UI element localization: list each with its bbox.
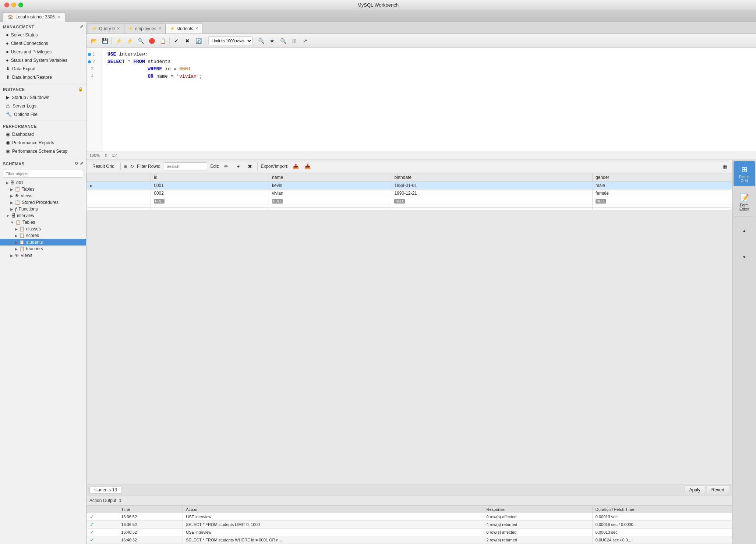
col-header-id[interactable]: id (151, 173, 269, 182)
inspect-btn[interactable]: 🔍 (256, 36, 266, 46)
result-grid-tab-btn[interactable]: Result Grid (89, 162, 117, 170)
sidebar-item-startup-shutdown[interactable]: ▶ Startup / Shutdown (0, 93, 86, 102)
revert-button[interactable]: Revert (707, 485, 729, 494)
interview-views-item[interactable]: ▶ 👁 Views (0, 252, 86, 259)
scroll-up-btn[interactable]: ▲ (734, 218, 755, 243)
stop-btn[interactable]: 🔴 (146, 36, 157, 46)
commit-btn[interactable]: ✔ (171, 36, 181, 46)
column-btn[interactable]: Ⅲ (289, 36, 299, 46)
sidebar-item-performance-reports[interactable]: ◉ Performance Reports (0, 138, 86, 147)
rollback-btn[interactable]: ✖ (182, 36, 192, 46)
add-row-icon[interactable]: + (234, 162, 243, 170)
zoom-stepper-icon[interactable]: ⇕ (104, 153, 107, 158)
minimize-button[interactable] (11, 3, 16, 7)
interview-item[interactable]: ▼ 🗄 interview (0, 212, 86, 219)
instance-tab[interactable]: 🏠 Local instance 3306 ✕ (3, 12, 65, 22)
edit-row-icon[interactable]: ✏ (222, 162, 231, 170)
limit-rows-select[interactable]: Limit to 1000 rows (208, 36, 252, 45)
apply-button[interactable]: Apply (685, 485, 705, 494)
maximize-button[interactable] (18, 3, 23, 7)
grid-view-icon[interactable]: ▦ (720, 162, 729, 170)
import-icon[interactable]: 📥 (303, 162, 312, 170)
row-birthdate-null: NULL (391, 197, 592, 205)
action-output-sort-icon[interactable]: ⇕ (119, 498, 122, 503)
employees-close-icon[interactable]: ✕ (158, 26, 162, 31)
delete-row-icon[interactable]: ✖ (245, 162, 254, 170)
classes-item[interactable]: ▶ 📋 classes (0, 226, 86, 232)
db1-functions-item[interactable]: ▶ ƒ Functions (0, 206, 86, 212)
table-row-null[interactable]: NULL NULL NULL NULL (87, 197, 732, 205)
db1-views-item[interactable]: ▶ 👁 Views (0, 192, 86, 199)
sidebar-item-options-file[interactable]: 🔧 Options File (0, 110, 86, 119)
bookmark-btn[interactable]: ★ (267, 36, 277, 46)
home-icon: 🏠 (8, 14, 13, 20)
execute-btn[interactable]: ⚡ (113, 36, 124, 46)
save-btn[interactable]: 💾 (100, 36, 110, 46)
execute-current-btn[interactable]: ⚡ (124, 36, 135, 46)
col-header-name[interactable]: name (269, 173, 391, 182)
students-tab-label: students (177, 26, 193, 31)
sidebar-item-server-status[interactable]: ● Server Status (0, 31, 86, 39)
sidebar-item-data-export[interactable]: ⬇ Data Export (0, 64, 86, 73)
views-expand-arrow: ▶ (10, 194, 13, 198)
query9-tab[interactable]: ⚡ Query 9 ✕ (88, 23, 124, 33)
close-button[interactable] (4, 3, 9, 7)
action-row-27: ✓ 16:36:52 SELECT * FROM students LIMIT … (87, 521, 732, 529)
row-gender-null: NULL (592, 197, 732, 205)
refresh-icon[interactable]: ↻ (130, 164, 134, 169)
students-item[interactable]: ▶ 📋 students (0, 239, 86, 245)
scores-item[interactable]: ▶ 📋 scores (0, 232, 86, 239)
close-icon[interactable]: ✕ (57, 15, 60, 20)
col-header-birthdate[interactable]: birthdate (391, 173, 592, 182)
explain-btn[interactable]: 🔍 (135, 36, 146, 46)
students-result-tab[interactable]: students 13 (89, 486, 122, 494)
side-sep (735, 188, 753, 188)
side-sep2 (735, 216, 753, 216)
db1-stored-item[interactable]: ▶ 📋 Stored Procedures (0, 199, 86, 206)
row-birthdate-cell: 1989-01-01 (391, 182, 592, 190)
filter-label: Filter Rows: (137, 164, 160, 169)
server-logs-label: Server Logs (13, 103, 36, 109)
employees-tab[interactable]: ⚡ employees ✕ (124, 23, 166, 33)
management-section-header: MANAGEMENT ⤢ (0, 22, 86, 31)
sidebar-item-status-vars[interactable]: ● Status and System Variables (0, 56, 86, 64)
students-close-icon[interactable]: ✕ (195, 26, 198, 31)
expand-icon[interactable]: ⤢ (80, 24, 84, 29)
table-row[interactable]: ▶ 0001 kevin 1989-01-01 male (87, 182, 732, 190)
interview-tables-item[interactable]: ▼ 📋 Tables (0, 219, 86, 226)
sidebar-item-data-import[interactable]: ⬆ Data Import/Restore (0, 73, 86, 81)
result-grid-side-btn[interactable]: ⊞ Result Grid (734, 161, 755, 186)
clipboard-btn[interactable]: 📋 (158, 36, 168, 46)
export2-btn[interactable]: ↗ (300, 36, 310, 46)
sidebar-item-server-logs[interactable]: ⚠ Server Logs (0, 102, 86, 110)
scroll-down-btn[interactable]: ▼ (734, 244, 755, 269)
db1-tables-item[interactable]: ▶ 📋 Tables (0, 186, 86, 192)
grid-side-icon: ⊞ (741, 165, 748, 174)
open-file-btn[interactable]: 📂 (89, 36, 99, 46)
name-val: 'vivian' (176, 73, 199, 80)
teachers-item[interactable]: ▶ 📋 teachers (0, 245, 86, 252)
or-keyword: OR (148, 73, 153, 80)
auto-commit-btn[interactable]: 🔄 (193, 36, 204, 46)
server-status-label: Server Status (11, 32, 38, 38)
col-header-gender[interactable]: gender (592, 173, 732, 182)
sidebar-item-client-connections[interactable]: ● Client Connections (0, 39, 86, 47)
export-icon[interactable]: 📤 (292, 162, 300, 170)
query9-close-icon[interactable]: ✕ (117, 26, 120, 31)
sql-line-1: USE interview; (107, 51, 752, 58)
form-editor-side-btn[interactable]: 📝 Form Editor (734, 190, 755, 215)
filter-objects-input[interactable] (3, 170, 83, 178)
add-schema-icon[interactable]: ⤢ (80, 161, 84, 166)
students-tab[interactable]: ⚡ students ✕ (166, 23, 202, 33)
grid-layout-icon[interactable]: ⊞ (124, 164, 127, 169)
sidebar-item-dashboard[interactable]: ◉ Dashboard (0, 130, 86, 138)
db1-item[interactable]: ▶ 🗄 db1 (0, 179, 86, 186)
refresh-schemas-icon[interactable]: ↻ (75, 161, 78, 166)
table-row[interactable]: 0002 vivian 1990-12-21 female (87, 190, 732, 197)
filter-search-input[interactable] (163, 162, 207, 170)
search2-btn[interactable]: 🔍 (278, 36, 288, 46)
sql-editor: 1 2 3 4 USE interview; (86, 48, 756, 151)
sql-content-area[interactable]: USE interview; SELECT * FROM students WH… (103, 48, 756, 151)
sidebar-item-performance-schema[interactable]: ◉ Performance Schema Setup (0, 147, 86, 155)
sidebar-item-users-privileges[interactable]: ● Users and Privileges (0, 47, 86, 56)
